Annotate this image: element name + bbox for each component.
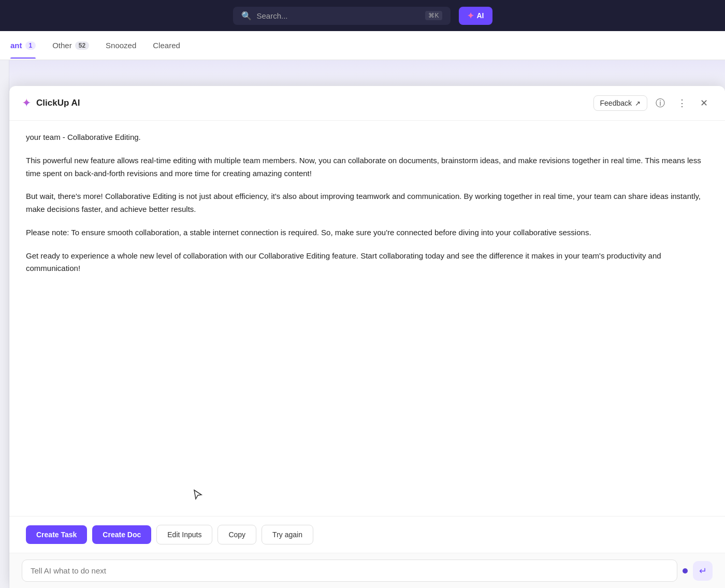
tab-other-badge: 52 (75, 41, 89, 50)
close-button[interactable]: ✕ (695, 94, 713, 112)
info-button[interactable]: ⓘ (651, 94, 669, 112)
bg-area: ✦ ClickUp AI Feedback ↗ ⓘ ⋮ ✕ your t (0, 60, 725, 588)
top-bar: 🔍 Search... ⌘K ✦ AI (0, 0, 725, 31)
ai-star-icon: ✦ (467, 11, 474, 21)
tab-other-label: Other (52, 41, 72, 50)
modal-actions: Feedback ↗ ⓘ ⋮ ✕ (593, 94, 713, 112)
copy-label: Copy (228, 530, 245, 539)
tab-bar: ant 1 Other 52 Snoozed Cleared (0, 31, 725, 60)
tab-snoozed[interactable]: Snoozed (106, 33, 136, 58)
try-again-button[interactable]: Try again (262, 525, 313, 544)
copy-button[interactable]: Copy (218, 525, 256, 544)
tab-other[interactable]: Other 52 (52, 33, 89, 58)
content-paragraph-4: Please note: To ensure smooth collaborat… (26, 226, 708, 239)
external-link-icon: ↗ (635, 99, 641, 107)
create-task-label: Create Task (36, 530, 77, 539)
left-sidebar (0, 60, 9, 588)
edit-inputs-button[interactable]: Edit Inputs (156, 525, 212, 544)
modal-header: ✦ ClickUp AI Feedback ↗ ⓘ ⋮ ✕ (9, 86, 725, 121)
edit-inputs-label: Edit Inputs (167, 530, 201, 539)
more-options-button[interactable]: ⋮ (673, 94, 691, 112)
close-icon: ✕ (700, 97, 708, 109)
info-icon: ⓘ (656, 97, 665, 109)
feedback-label: Feedback (600, 99, 632, 107)
action-bar: Create Task Create Doc Edit Inputs Copy … (9, 516, 725, 553)
input-bar: ↵ (9, 553, 725, 588)
tab-important-badge: 1 (25, 41, 36, 50)
tab-important[interactable]: ant 1 (10, 33, 36, 58)
modal-title: ClickUp AI (36, 98, 80, 108)
clickup-star-icon: ✦ (22, 96, 31, 110)
create-doc-label: Create Doc (103, 530, 141, 539)
more-options-icon: ⋮ (677, 97, 687, 109)
search-shortcut: ⌘K (425, 11, 442, 20)
content-paragraph-3: But wait, there's more! Collaborative Ed… (26, 190, 708, 216)
ai-button[interactable]: ✦ AI (459, 7, 492, 25)
try-again-label: Try again (272, 530, 302, 539)
feedback-button[interactable]: Feedback ↗ (593, 95, 647, 111)
create-doc-button[interactable]: Create Doc (92, 525, 151, 544)
ai-button-label: AI (477, 11, 484, 20)
create-task-button[interactable]: Create Task (26, 525, 87, 544)
modal-content: your team - Collaborative Editing. This … (9, 121, 725, 516)
content-paragraph-5: Get ready to experience a whole new leve… (26, 250, 708, 276)
search-placeholder: Search... (257, 11, 288, 20)
send-icon: ↵ (699, 565, 707, 577)
tab-important-label: ant (10, 41, 22, 50)
search-box[interactable]: 🔍 Search... ⌘K (233, 7, 451, 25)
content-paragraph-2: This powerful new feature allows real-ti… (26, 154, 708, 180)
ai-input[interactable] (22, 560, 677, 582)
send-button[interactable]: ↵ (693, 561, 713, 581)
tab-snoozed-label: Snoozed (106, 41, 136, 50)
search-icon: 🔍 (241, 11, 252, 21)
tab-cleared[interactable]: Cleared (153, 33, 180, 58)
tab-cleared-label: Cleared (153, 41, 180, 50)
content-paragraph-1: your team - Collaborative Editing. (26, 131, 708, 144)
ai-modal: ✦ ClickUp AI Feedback ↗ ⓘ ⋮ ✕ your t (9, 86, 725, 588)
input-dot-icon (683, 568, 688, 573)
